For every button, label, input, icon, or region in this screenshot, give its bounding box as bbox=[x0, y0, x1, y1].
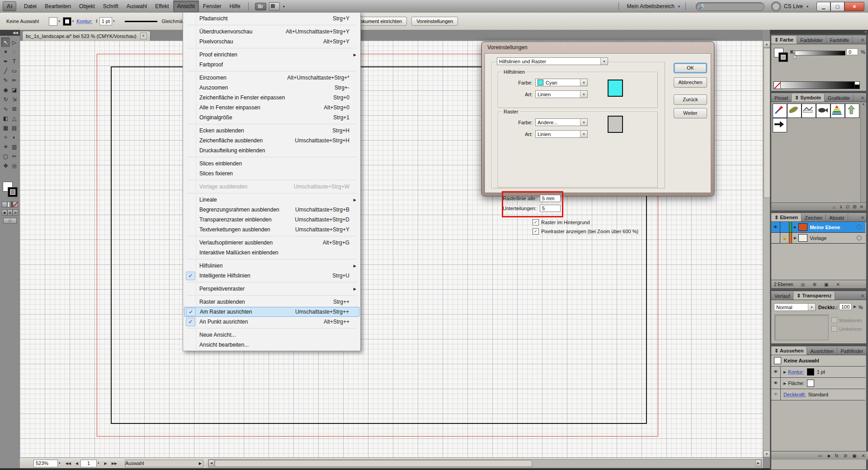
menu-item-19[interactable]: Slices fixieren bbox=[184, 169, 359, 179]
black-arrow-symbol[interactable] bbox=[773, 118, 787, 132]
pixel-grid-checkbox[interactable]: ✓ bbox=[533, 228, 539, 235]
zoom-dropdown-icon[interactable]: ▾ bbox=[59, 461, 61, 465]
color-panel-menu-icon[interactable]: ≡ bbox=[859, 36, 866, 44]
abbrechen-button[interactable]: Abbrechen bbox=[674, 77, 707, 88]
menu-item-23[interactable]: Lineale▶ bbox=[184, 195, 359, 205]
eraser-tool[interactable]: ◪ bbox=[10, 85, 19, 94]
guides-color-select[interactable]: Cyan ▾ bbox=[535, 79, 588, 86]
magic-wand-tool[interactable]: ✶ bbox=[1, 47, 10, 56]
opacity-attr-link[interactable]: Deckkraft: bbox=[783, 392, 806, 397]
fill-dropdown-icon[interactable]: ▾ bbox=[58, 19, 60, 23]
layers-panel-menu-icon[interactable]: ≡ bbox=[859, 214, 866, 221]
artboard-dropdown-icon[interactable]: ▾ bbox=[98, 461, 99, 465]
layer-expander-icon[interactable]: ▶ bbox=[792, 236, 798, 240]
hand-tool[interactable]: ✥ bbox=[1, 161, 10, 170]
paintbrush-tool[interactable]: ✎ bbox=[1, 75, 10, 85]
layer-lock-icon[interactable] bbox=[780, 222, 789, 232]
layer-target-icon[interactable] bbox=[857, 235, 862, 240]
last-artboard-icon[interactable]: ▶▶ bbox=[112, 461, 117, 465]
pen-tool[interactable]: ✒ bbox=[1, 56, 10, 66]
invert-checkbox-box[interactable] bbox=[831, 326, 837, 332]
stroke-attr-swatch[interactable] bbox=[807, 368, 814, 376]
menu-item-25[interactable]: Transparenzraster einblendenUmschalttast… bbox=[184, 215, 359, 225]
feather-symbol[interactable] bbox=[787, 103, 802, 118]
layer-name[interactable]: Vorlage bbox=[810, 235, 857, 241]
menu-item-21[interactable]: Vorlage ausblendenUmschalttaste+Strg+W bbox=[184, 182, 359, 192]
zoom-level-field[interactable]: 523% bbox=[33, 460, 58, 467]
delete-item-icon[interactable]: ✕ bbox=[862, 453, 865, 458]
arrange-documents-icon[interactable] bbox=[269, 2, 280, 10]
blend-tool[interactable]: ◐ bbox=[10, 132, 19, 142]
next-artboard-icon[interactable]: ▶ bbox=[104, 461, 107, 465]
new-symbol-icon[interactable]: ⊞ bbox=[853, 204, 856, 209]
stroke-width-value[interactable]: 1 pt bbox=[99, 17, 112, 25]
scroll-left-icon[interactable]: ◀ bbox=[208, 460, 214, 466]
layer-visibility-eye-icon[interactable]: 👁 bbox=[771, 222, 780, 232]
menu-item-8[interactable]: EinzoomenAlt+Umschalttaste+Strg+* bbox=[184, 73, 359, 83]
black-swatch[interactable] bbox=[854, 85, 860, 89]
rectangle-tool[interactable]: ▭ bbox=[10, 66, 19, 75]
fill-color-swatch[interactable] bbox=[49, 17, 57, 26]
stroke-visibility-eye-icon[interactable]: 👁 bbox=[771, 367, 781, 377]
new-sublayer-icon[interactable]: ⊕ bbox=[813, 282, 816, 287]
panel-fill-stroke-proxy[interactable] bbox=[774, 48, 788, 61]
stroke-width-dropdown-icon[interactable]: ▾ bbox=[113, 19, 115, 23]
grid-color-dropdown-icon[interactable]: ▾ bbox=[580, 119, 587, 126]
color-tab-farbhilfe[interactable]: Farbhilfe bbox=[826, 36, 853, 44]
menu-schrift[interactable]: Schrift bbox=[99, 0, 123, 12]
menu-item-10[interactable]: Zeichenfläche in Fenster einpassenStrg+0 bbox=[184, 93, 359, 103]
cs-live-dropdown-icon[interactable]: ▾ bbox=[807, 5, 808, 9]
color-tab-farbe[interactable]: ⇕ Farbe bbox=[771, 36, 797, 44]
draw-normal-button[interactable]: ▣ bbox=[2, 210, 7, 216]
menu-item-28[interactable]: Verlaufsoptimierer ausblendenAlt+Strg+G bbox=[184, 238, 359, 248]
appearance-selection-row[interactable]: Keine Auswahl bbox=[771, 355, 865, 367]
opacity-slider-icon[interactable]: ▶ bbox=[854, 305, 856, 309]
menu-item-36[interactable]: Raster ausblendenStrg++ bbox=[184, 297, 359, 307]
draw-behind-button[interactable]: ▨ bbox=[7, 210, 13, 216]
zoom-tool[interactable]: ◎ bbox=[10, 161, 19, 170]
duplicate-item-icon[interactable]: ▣ bbox=[852, 453, 856, 458]
menu-item-15[interactable]: Zeichenfläche ausblendenUmschalttaste+St… bbox=[184, 136, 359, 146]
layer-row-0[interactable]: 👁▶Meine Ebene bbox=[771, 222, 865, 233]
grid-back-checkbox[interactable]: ✓ bbox=[533, 219, 539, 226]
grayscale-ramp[interactable] bbox=[774, 81, 855, 89]
mask-checkbox-box[interactable] bbox=[831, 317, 837, 323]
delete-layer-icon[interactable]: ✕ bbox=[836, 282, 840, 287]
layer-expander-icon[interactable]: ▶ bbox=[792, 225, 798, 229]
search-input[interactable]: 🔎 bbox=[696, 2, 764, 11]
break-symbol-link-icon[interactable]: ∅ bbox=[846, 204, 850, 209]
menu-item-2[interactable]: ÜberdruckenvorschauAlt+Umschalttaste+Str… bbox=[184, 27, 359, 37]
selection-tool[interactable]: ↖ bbox=[1, 38, 10, 47]
menu-ansicht[interactable]: Ansicht bbox=[173, 0, 199, 12]
scroll-down-icon[interactable]: ▼ bbox=[763, 451, 770, 457]
color-tab-farbfelder[interactable]: Farbfelder bbox=[797, 36, 826, 44]
opacity-value-field[interactable]: 100 bbox=[839, 303, 852, 310]
new-layer-icon[interactable]: ▣ bbox=[824, 282, 828, 287]
guides-color-dropdown-icon[interactable]: ▾ bbox=[580, 79, 587, 86]
fill-attr-swatch[interactable] bbox=[807, 380, 814, 387]
mask-checkbox[interactable]: Maskieren bbox=[831, 317, 862, 323]
color-button[interactable] bbox=[2, 202, 7, 207]
menu-effekt[interactable]: Effekt bbox=[151, 0, 173, 12]
menu-objekt[interactable]: Objekt bbox=[75, 0, 99, 12]
place-symbol-icon[interactable]: ↴ bbox=[839, 204, 842, 209]
fill-stroke-proxy[interactable] bbox=[3, 182, 17, 197]
add-effect-icon[interactable]: fx bbox=[835, 453, 839, 458]
add-new-fill-icon[interactable]: ■ bbox=[827, 453, 830, 458]
menu-item-14[interactable]: Ecken ausblendenStrg+H bbox=[184, 126, 359, 136]
none-button[interactable] bbox=[13, 202, 18, 207]
menu-item-38[interactable]: ✓An Punkt ausrichtenAlt+Strg++ bbox=[184, 317, 359, 327]
transparency-tab-verlauf[interactable]: Verlauf bbox=[771, 292, 793, 300]
horizontal-scroll-thumb[interactable] bbox=[215, 460, 532, 467]
arrange-documents-dropdown-icon[interactable]: ▾ bbox=[283, 5, 285, 9]
appearance-tab-ausrichten[interactable]: Ausrichten bbox=[807, 347, 837, 355]
gradient-tool[interactable]: ▤ bbox=[10, 123, 19, 132]
k-channel-slider[interactable] bbox=[795, 51, 845, 56]
symbols-tab-pinsel[interactable]: Pinsel bbox=[771, 94, 792, 102]
stroke-width-stepper[interactable]: ▲▼ bbox=[95, 19, 98, 24]
rotate-tool[interactable]: ↻ bbox=[1, 94, 10, 104]
document-tab[interactable]: bc_1s_landscape.ai* bei 523 % (CMYK/Vors… bbox=[22, 31, 151, 41]
appearance-tab-aussehen[interactable]: ⇕ Aussehen bbox=[771, 347, 807, 355]
appearance-opacity-row[interactable]: 👁 Deckkraft: Standard bbox=[771, 389, 865, 400]
fill-visibility-eye-icon[interactable]: 👁 bbox=[771, 378, 781, 389]
